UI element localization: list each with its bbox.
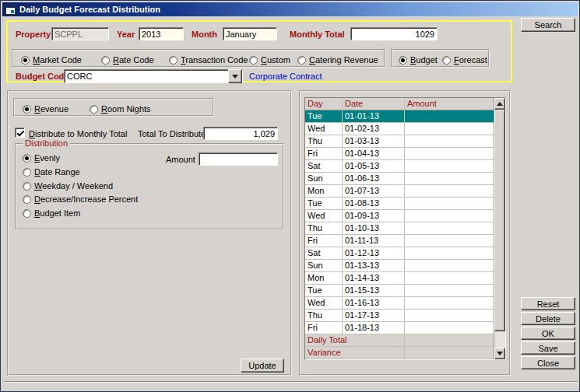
update-button[interactable]: Update [241, 359, 284, 373]
radio-evenly[interactable]: Evenly [23, 152, 60, 163]
table-row[interactable]: Thu01-03-13 [305, 135, 494, 148]
radio-circle [169, 56, 178, 65]
table-cell-amount [405, 160, 494, 172]
year-field[interactable]: 2013 [139, 27, 184, 40]
titlebar[interactable]: Daily Budget Forecast Distribution [2, 2, 578, 16]
table-body: Tue01-01-13Wed01-02-13Thu01-03-13Fri01-0… [305, 110, 505, 334]
table-cell-date: 01-15-13 [343, 285, 405, 296]
table-cell-date: 01-09-13 [343, 210, 405, 222]
table-cell-day: Fri [305, 148, 343, 159]
table-cell-day: Sat [305, 160, 343, 172]
daily-total-row: Daily Total [305, 334, 494, 347]
table-row[interactable]: Sat01-12-13 [305, 247, 494, 260]
variance-row: Variance [305, 347, 494, 359]
table-row[interactable]: Mon01-07-13 [305, 185, 494, 198]
table-cell-day: Thu [305, 135, 343, 147]
dialog-window: Daily Budget Forecast Distribution Prope… [0, 0, 580, 392]
delete-button[interactable]: Delete [521, 312, 575, 325]
table-row[interactable]: Tue01-15-13 [305, 285, 494, 297]
table-cell-day: Wed [305, 123, 343, 135]
table-row[interactable]: Wed01-02-13 [305, 123, 494, 135]
radio-custom[interactable]: Custom [249, 51, 290, 69]
save-button[interactable]: Save [521, 341, 575, 355]
radio-transaction-code[interactable]: Transaction Code [169, 51, 248, 69]
table-cell-amount [405, 173, 494, 184]
table-row[interactable]: Tue01-08-13 [305, 198, 494, 210]
table-cell-day: Thu [305, 310, 343, 321]
table-cell-amount [405, 210, 494, 222]
table-cell-date: 01-05-13 [343, 160, 405, 172]
radio-circle [442, 56, 451, 65]
table-cell-amount [405, 185, 494, 197]
table-cell-day: Sun [305, 260, 343, 271]
radio-weekday-weekend[interactable]: Weekday / Weekend [23, 180, 113, 191]
total-to-distribute-label: Total To Distribute [138, 129, 206, 139]
month-label: Month [192, 30, 217, 40]
scroll-down-icon[interactable] [494, 348, 505, 359]
table-cell-date: 01-03-13 [343, 135, 405, 147]
radio-decrease-increase-percent[interactable]: Decrease/Increase Percent [23, 194, 138, 205]
variance-label: Variance [305, 347, 405, 359]
table-row[interactable]: Fri01-18-13 [305, 322, 494, 334]
search-button[interactable]: Search [521, 18, 575, 32]
dropdown-arrow-icon[interactable] [228, 69, 242, 83]
budget-code-label: Budget Code [16, 72, 69, 82]
distribution-panel: Revenue Room Nights Distribute to Monthl… [7, 90, 292, 376]
table-row[interactable]: Sun01-13-13 [305, 260, 494, 272]
close-button[interactable]: Close [521, 356, 575, 369]
table-header-date: Date [343, 98, 405, 110]
table-cell-day: Sun [305, 173, 343, 184]
table-row[interactable]: Thu01-17-13 [305, 310, 494, 322]
radio-revenue[interactable]: Revenue [23, 100, 69, 118]
table-cell-amount [405, 148, 494, 159]
distribution-group-title: Distribution [23, 138, 70, 149]
radio-date-range[interactable]: Date Range [23, 166, 80, 177]
distribute-checkbox[interactable] [15, 128, 25, 138]
radio-circle [90, 105, 98, 114]
table-row[interactable]: Tue01-01-13 [305, 110, 494, 123]
variance-amount [405, 347, 494, 359]
table-cell-date: 01-01-13 [343, 110, 405, 122]
table-cell-day: Sat [305, 247, 343, 259]
daily-table: Day Date Amount Tue01-01-13Wed01-02-13Th… [304, 97, 506, 360]
monthly-total-label: Monthly Total [290, 30, 345, 40]
scroll-up-icon[interactable] [494, 98, 505, 110]
radio-budget[interactable]: Budget [399, 51, 438, 69]
amount-field[interactable] [199, 152, 278, 166]
radio-market-code[interactable]: Market Code [21, 51, 82, 69]
table-row[interactable]: Fri01-11-13 [305, 235, 494, 247]
bottom-divider [4, 381, 578, 383]
budget-code-combo[interactable]: CORC [64, 69, 243, 83]
table-row[interactable]: Mon01-14-13 [305, 272, 494, 285]
radio-catering-revenue[interactable]: Catering Revenue [297, 51, 378, 69]
table-cell-amount [405, 110, 494, 122]
table-cell-amount [405, 260, 494, 271]
property-label: Property [16, 30, 51, 40]
table-scrollbar[interactable] [494, 98, 505, 359]
radio-forecast[interactable]: Forecast [442, 51, 487, 69]
table-cell-date: 01-17-13 [343, 310, 405, 321]
table-cell-day: Tue [305, 110, 343, 122]
ok-button[interactable]: OK [521, 327, 575, 340]
table-row[interactable]: Sat01-05-13 [305, 160, 494, 173]
reset-button[interactable]: Reset [521, 297, 575, 310]
table-cell-date: 01-06-13 [343, 173, 405, 184]
table-row[interactable]: Sun01-06-13 [305, 173, 494, 185]
table-header: Day Date Amount [305, 98, 494, 110]
monthly-total-field[interactable]: 1029 [350, 27, 438, 40]
table-cell-amount [405, 123, 494, 135]
table-row[interactable]: Fri01-04-13 [305, 148, 494, 160]
table-cell-amount [405, 235, 494, 247]
radio-rate-code[interactable]: Rate Code [101, 51, 154, 69]
radio-budget-item[interactable]: Budget Item [23, 208, 80, 219]
table-row[interactable]: Wed01-09-13 [305, 210, 494, 222]
scroll-thumb[interactable] [494, 110, 505, 331]
total-to-distribute-field[interactable]: 1,029 [203, 127, 278, 140]
radio-room-nights[interactable]: Room Nights [90, 100, 151, 118]
table-row[interactable]: Thu01-10-13 [305, 222, 494, 235]
radio-circle [101, 56, 110, 65]
property-field[interactable]: SCPPL [51, 27, 109, 40]
month-field[interactable]: January [223, 27, 277, 40]
table-row[interactable]: Wed01-16-13 [305, 297, 494, 310]
radio-circle [23, 105, 31, 114]
